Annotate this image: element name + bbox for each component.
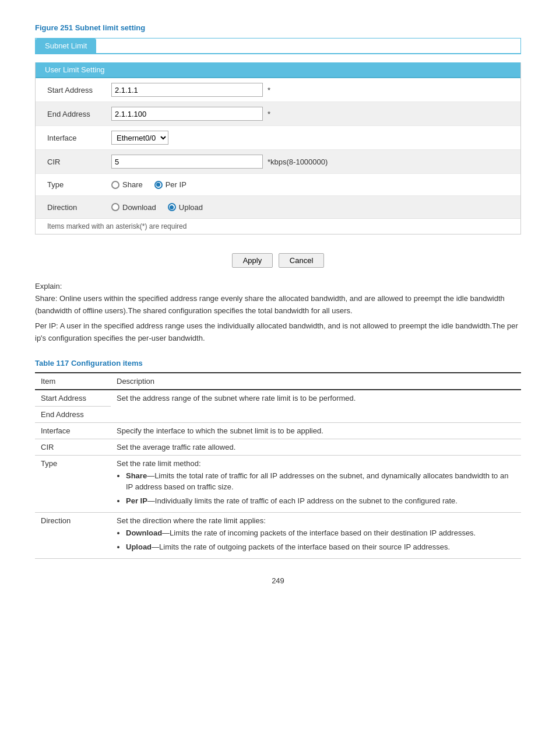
type-row: Type Share Per IP bbox=[36, 174, 520, 196]
explain-para-2: Per IP: A user in the specified address … bbox=[35, 320, 521, 345]
type-radio-group: Share Per IP bbox=[111, 180, 186, 189]
type-bullet-share: Share—Limits the total rate of traffic f… bbox=[126, 470, 515, 493]
row-interface-item: Interface bbox=[35, 422, 111, 439]
end-address-asterisk: * bbox=[268, 110, 270, 118]
config-table: Item Description Start Address Set the a… bbox=[35, 372, 521, 559]
form-body: Start Address * End Address * Interface … bbox=[36, 78, 520, 218]
interface-row: Interface Ethernet0/0 bbox=[36, 126, 520, 150]
type-bullet-perip: Per IP—Individually limits the rate of t… bbox=[126, 495, 515, 507]
cir-row: CIR *kbps(8-1000000) bbox=[36, 150, 520, 174]
cancel-button[interactable]: Cancel bbox=[279, 253, 324, 268]
col-header-item: Item bbox=[35, 373, 111, 390]
type-label: Type bbox=[47, 180, 111, 189]
type-share-label: Share bbox=[122, 180, 143, 189]
explain-para-1: Share: Online users within the specified… bbox=[35, 293, 521, 317]
direction-upload-label: Upload bbox=[179, 203, 203, 212]
direction-upload-option[interactable]: Upload bbox=[168, 203, 203, 212]
end-address-input[interactable] bbox=[111, 107, 263, 121]
required-note: Items marked with an asterisk(*) are req… bbox=[36, 218, 520, 234]
figure-title: Figure 251 Subnet limit setting bbox=[35, 23, 521, 32]
direction-download-radio[interactable] bbox=[111, 203, 119, 211]
table-row: Direction Set the direction where the ra… bbox=[35, 513, 521, 559]
cir-label: CIR bbox=[47, 158, 111, 166]
button-row: Apply Cancel bbox=[35, 246, 521, 272]
start-address-asterisk: * bbox=[268, 86, 270, 94]
section-header: User Limit Setting bbox=[36, 62, 520, 78]
row-direction-desc: Set the direction where the rate limit a… bbox=[111, 513, 521, 559]
row-start-address-item: Start Address bbox=[35, 390, 111, 407]
row-cir-item: CIR bbox=[35, 439, 111, 455]
row-interface-desc: Specify the interface to which the subne… bbox=[111, 422, 521, 439]
table-row: CIR Set the average traffic rate allowed… bbox=[35, 439, 521, 455]
row-type-desc: Set the rate limit method: Share—Limits … bbox=[111, 455, 521, 513]
col-header-description: Description bbox=[111, 373, 521, 390]
direction-bullet-upload: Upload—Limits the rate of outgoing packe… bbox=[126, 541, 515, 553]
type-perip-radio[interactable] bbox=[154, 181, 163, 189]
explain-heading: Explain: bbox=[35, 281, 521, 293]
table-row: Type Set the rate limit method: Share—Li… bbox=[35, 455, 521, 513]
start-address-row: Start Address * bbox=[36, 78, 520, 102]
start-address-label: Start Address bbox=[47, 86, 111, 94]
direction-upload-radio[interactable] bbox=[168, 203, 176, 211]
cir-hint: *kbps(8-1000000) bbox=[268, 158, 328, 166]
direction-label: Direction bbox=[47, 203, 111, 212]
start-address-input[interactable] bbox=[111, 83, 263, 97]
direction-download-label: Download bbox=[122, 203, 156, 212]
row-type-item: Type bbox=[35, 455, 111, 513]
end-address-label: End Address bbox=[47, 110, 111, 118]
end-address-row: End Address * bbox=[36, 102, 520, 126]
table-row: Interface Specify the interface to which… bbox=[35, 422, 521, 439]
row-startend-desc: Set the address range of the subnet wher… bbox=[111, 390, 521, 423]
row-direction-item: Direction bbox=[35, 513, 111, 559]
explain-section: Explain: Share: Online users within the … bbox=[35, 281, 521, 345]
row-end-address-item: End Address bbox=[35, 406, 111, 422]
direction-row: Direction Download Upload bbox=[36, 196, 520, 218]
type-perip-option[interactable]: Per IP bbox=[154, 180, 186, 189]
type-perip-label: Per IP bbox=[166, 180, 186, 189]
direction-radio-group: Download Upload bbox=[111, 203, 203, 212]
direction-download-option[interactable]: Download bbox=[111, 203, 156, 212]
interface-label: Interface bbox=[47, 134, 111, 142]
apply-button[interactable]: Apply bbox=[232, 253, 273, 268]
direction-bullet-download: Download—Limits the rate of incoming pac… bbox=[126, 527, 515, 539]
subnet-limit-tab[interactable]: Subnet Limit bbox=[36, 38, 96, 53]
table-title: Table 117 Configuration items bbox=[35, 359, 521, 368]
page-number: 249 bbox=[35, 576, 521, 585]
type-share-option[interactable]: Share bbox=[111, 180, 143, 189]
cir-input[interactable] bbox=[111, 155, 263, 169]
row-cir-desc: Set the average traffic rate allowed. bbox=[111, 439, 521, 455]
type-share-radio[interactable] bbox=[111, 181, 119, 189]
interface-select[interactable]: Ethernet0/0 bbox=[111, 131, 168, 145]
table-row: Start Address Set the address range of t… bbox=[35, 390, 521, 407]
form-panel: User Limit Setting Start Address * End A… bbox=[35, 62, 521, 235]
